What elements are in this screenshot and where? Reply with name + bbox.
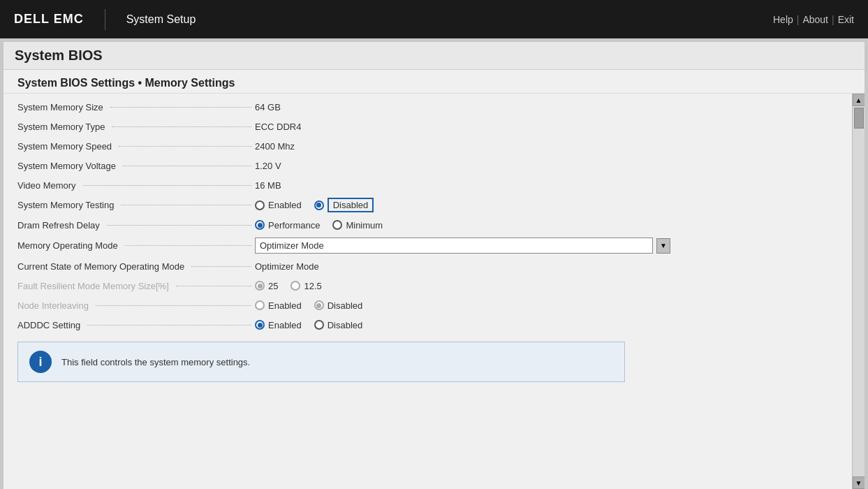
exit-link[interactable]: Exit <box>838 14 854 25</box>
setting-label-system-memory-testing: System Memory Testing <box>17 200 255 210</box>
about-link[interactable]: About <box>802 14 828 25</box>
setting-value-system-memory-voltage: 1.20 V <box>255 161 339 171</box>
radio-option-enabled[interactable]: Enabled <box>255 200 302 210</box>
scroll-track <box>853 106 865 476</box>
scrollbar: ▲ ▼ <box>852 94 865 489</box>
radio-option-12-5[interactable]: 12.5 <box>290 281 321 291</box>
dropdown-arrow-btn[interactable]: ▼ <box>656 238 670 254</box>
radio-label-node-disabled: Disabled <box>328 300 363 311</box>
page-title: System BIOS <box>15 48 853 64</box>
settings-content: System Memory Size 64 GB System Memory T… <box>3 94 852 489</box>
settings-area: System Memory Size 64 GB System Memory T… <box>3 94 865 489</box>
setting-row-video-memory: Video Memory 16 MB <box>3 175 852 195</box>
help-link[interactable]: Help <box>773 14 793 25</box>
setting-row-current-state-memory: Current State of Memory Operating Mode O… <box>3 256 852 276</box>
radio-label-12-5: 12.5 <box>304 281 321 291</box>
setting-value-video-memory: 16 MB <box>255 180 339 191</box>
radio-option-node-disabled[interactable]: Disabled <box>314 300 363 311</box>
main-content: System BIOS System BIOS Settings • Memor… <box>3 42 865 489</box>
radio-label-adddc-disabled: Disabled <box>328 320 363 330</box>
setting-label-video-memory: Video Memory <box>17 180 255 191</box>
radio-option-25[interactable]: 25 <box>255 281 278 291</box>
radio-option-disabled[interactable]: Disabled <box>314 198 374 212</box>
setting-row-system-memory-type: System Memory Type ECC DDR4 <box>3 117 852 136</box>
radio-option-adddc-enabled[interactable]: Enabled <box>255 320 302 330</box>
setting-value-system-memory-type: ECC DDR4 <box>255 122 339 132</box>
dotted-line <box>176 286 251 286</box>
info-box: i This field controls the system memory … <box>17 342 625 382</box>
header-title: System Setup <box>126 13 196 26</box>
radio-option-performance[interactable]: Performance <box>255 220 320 231</box>
dotted-line <box>96 305 251 306</box>
setting-label-system-memory-speed: System Memory Speed <box>17 141 255 152</box>
setting-label-node-interleaving: Node Interleaving <box>17 300 255 311</box>
radio-btn-25[interactable] <box>255 281 265 291</box>
radio-label-adddc-enabled: Enabled <box>268 320 302 330</box>
info-text: This field controls the system memory se… <box>61 357 250 367</box>
radio-option-adddc-disabled[interactable]: Disabled <box>314 320 363 330</box>
dropdown-wrapper-memory-operating-mode: Optimizer Mode Advanced ECC Mode Mirror … <box>255 238 670 254</box>
radio-group-dram-refresh-delay: Performance Minimum <box>255 220 383 231</box>
setting-value-system-memory-size: 64 GB <box>255 102 339 112</box>
header: DELL EMC System Setup Help | About | Exi… <box>0 0 868 38</box>
radio-btn-node-enabled[interactable] <box>255 300 265 310</box>
setting-row-memory-operating-mode: Memory Operating Mode Optimizer Mode Adv… <box>3 235 852 256</box>
radio-btn-adddc-enabled[interactable] <box>255 320 265 330</box>
radio-group-system-memory-testing: Enabled Disabled <box>255 198 374 212</box>
radio-label-performance: Performance <box>268 220 320 231</box>
radio-btn-node-disabled[interactable] <box>314 300 324 310</box>
dropdown-memory-operating-mode[interactable]: Optimizer Mode Advanced ECC Mode Mirror … <box>255 238 653 254</box>
dotted-line <box>123 166 251 166</box>
radio-label-minimum: Minimum <box>346 220 383 231</box>
setting-row-fault-resilient-mode: Fault Resilient Mode Memory Size[%] 25 1… <box>3 276 852 295</box>
dotted-line <box>83 185 251 186</box>
setting-label-memory-operating-mode: Memory Operating Mode <box>17 240 255 251</box>
dotted-line <box>110 107 251 108</box>
setting-row-system-memory-voltage: System Memory Voltage 1.20 V <box>3 156 852 175</box>
nav-sep-2: | <box>832 14 834 25</box>
radio-label-node-enabled: Enabled <box>268 300 302 311</box>
setting-value-system-memory-speed: 2400 Mhz <box>255 141 339 152</box>
dotted-line <box>107 225 251 226</box>
radio-label-25: 25 <box>268 281 278 291</box>
scroll-down-btn[interactable]: ▼ <box>853 476 865 489</box>
setting-label-current-state-memory: Current State of Memory Operating Mode <box>17 261 255 272</box>
setting-label-system-memory-type: System Memory Type <box>17 122 255 132</box>
radio-btn-12-5[interactable] <box>290 281 300 291</box>
dell-logo: DELL EMC <box>14 12 84 27</box>
breadcrumb: System BIOS Settings • Memory Settings <box>3 70 865 94</box>
setting-label-adddc-setting: ADDDC Setting <box>17 320 255 330</box>
radio-label-enabled: Enabled <box>268 200 302 210</box>
radio-option-node-enabled[interactable]: Enabled <box>255 300 302 311</box>
radio-group-adddc-setting: Enabled Disabled <box>255 320 362 330</box>
radio-option-minimum[interactable]: Minimum <box>332 220 383 231</box>
dotted-line <box>112 126 251 127</box>
header-divider <box>105 9 105 30</box>
header-nav: Help | About | Exit <box>773 14 854 25</box>
radio-group-node-interleaving: Enabled Disabled <box>255 300 362 311</box>
nav-sep-1: | <box>797 14 800 25</box>
radio-label-disabled: Disabled <box>328 198 374 212</box>
setting-label-system-memory-voltage: System Memory Voltage <box>17 161 255 171</box>
dotted-line <box>119 146 251 147</box>
header-left: DELL EMC System Setup <box>14 9 196 30</box>
scroll-thumb[interactable] <box>854 108 864 129</box>
radio-btn-adddc-disabled[interactable] <box>314 320 324 330</box>
setting-row-system-memory-speed: System Memory Speed 2400 Mhz <box>3 136 852 156</box>
setting-label-dram-refresh-delay: Dram Refresh Delay <box>17 220 255 231</box>
dotted-line <box>121 205 251 205</box>
scroll-up-btn[interactable]: ▲ <box>853 94 865 106</box>
dotted-line <box>87 325 251 326</box>
radio-btn-performance[interactable] <box>255 220 265 230</box>
dotted-line <box>191 266 251 267</box>
page-title-bar: System BIOS <box>3 42 865 70</box>
dotted-line <box>125 245 251 246</box>
setting-row-system-memory-testing: System Memory Testing Enabled Disabled <box>3 195 852 215</box>
setting-label-fault-resilient-mode: Fault Resilient Mode Memory Size[%] <box>17 281 255 291</box>
radio-btn-disabled[interactable] <box>314 200 324 210</box>
setting-row-dram-refresh-delay: Dram Refresh Delay Performance Minimum <box>3 215 852 235</box>
radio-btn-enabled[interactable] <box>255 200 265 210</box>
setting-row-adddc-setting: ADDDC Setting Enabled Disabled <box>3 315 852 335</box>
setting-row-system-memory-size: System Memory Size 64 GB <box>3 97 852 117</box>
radio-btn-minimum[interactable] <box>332 220 342 230</box>
